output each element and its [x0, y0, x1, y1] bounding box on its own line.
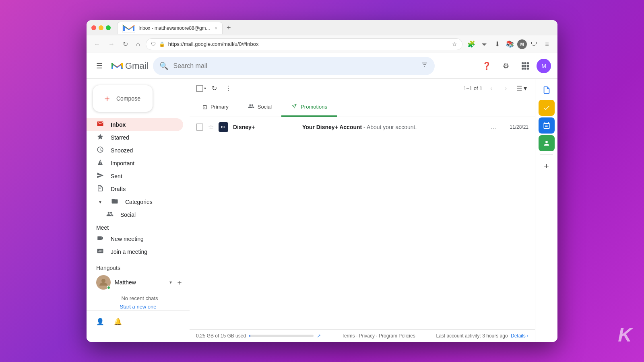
- svg-rect-13: [527, 68, 529, 70]
- inbox-label: Inbox: [111, 121, 126, 128]
- star-button[interactable]: ☆: [208, 123, 214, 131]
- tab-primary[interactable]: ⊡ Primary: [193, 98, 238, 117]
- menu-button[interactable]: ≡: [541, 39, 553, 50]
- address-bar[interactable]: 🛡 🔒 https://mail.google.com/mail/u/0/#in…: [146, 38, 462, 50]
- sidebar-item-new-meeting[interactable]: New meeting: [87, 232, 183, 245]
- tab-close-button[interactable]: ×: [215, 26, 217, 31]
- download-button[interactable]: ⬇: [491, 39, 503, 50]
- minimize-button[interactable]: [99, 25, 103, 30]
- google-contacts-button[interactable]: [539, 135, 555, 151]
- pagination-count: 1–1 of 1: [464, 85, 483, 91]
- important-icon: [96, 159, 104, 168]
- tab-social[interactable]: Social: [238, 98, 281, 117]
- refresh-button[interactable]: ↻: [208, 82, 220, 95]
- sidebar-item-sent[interactable]: Sent: [87, 170, 183, 183]
- home-button[interactable]: ⌂: [134, 39, 142, 49]
- notifications-button[interactable]: 🔔: [111, 314, 125, 329]
- google-calendar-button[interactable]: [539, 117, 555, 134]
- next-page-button[interactable]: ›: [500, 83, 512, 94]
- hangouts-label: Hangouts: [87, 261, 190, 273]
- back-button[interactable]: ←: [91, 39, 103, 49]
- table-row[interactable]: ☆ D+ Disney+ Your Disney+ Account - Abou…: [190, 117, 535, 137]
- sent-label: Sent: [111, 173, 122, 179]
- search-button[interactable]: 🔍: [159, 62, 168, 70]
- sidebar-item-join-meeting[interactable]: Join a meeting: [87, 245, 183, 258]
- compose-button[interactable]: ＋ Compose: [93, 85, 153, 112]
- google-docs-button[interactable]: [539, 82, 555, 98]
- new-tab-button[interactable]: +: [224, 24, 233, 32]
- social-tab-icon: [248, 103, 254, 111]
- view-toggle-button[interactable]: ☰ ▾: [515, 83, 528, 94]
- privacy-link[interactable]: Privacy: [359, 333, 375, 339]
- hangouts-user[interactable]: Matthew ▾ ＋: [87, 273, 190, 292]
- firefox-user-avatar[interactable]: M: [517, 39, 527, 49]
- email-list: ☆ D+ Disney+ Your Disney+ Account - Abou…: [190, 117, 535, 329]
- no-recent-chats-text: No recent chats: [87, 292, 190, 303]
- header-actions: ❓ ⚙ M: [479, 58, 551, 74]
- svg-rect-7: [527, 62, 529, 64]
- user-avatar[interactable]: M: [537, 59, 551, 73]
- drafts-icon: [96, 185, 104, 193]
- sidebar-item-inbox[interactable]: Inbox: [87, 118, 183, 131]
- active-tab[interactable]: Inbox - matthewsmoore88@gm... ×: [117, 22, 223, 34]
- google-tasks-button[interactable]: [539, 100, 555, 116]
- gmail-logo[interactable]: Gmail: [111, 61, 148, 71]
- prev-page-button[interactable]: ‹: [486, 83, 497, 94]
- select-all-checkbox[interactable]: [196, 85, 203, 92]
- storage-bar-fill: [249, 335, 250, 337]
- navigation-bar: ← → ↻ ⌂ 🛡 🔒 https://mail.google.com/mail…: [87, 35, 557, 53]
- extensions-button[interactable]: 🧩: [466, 39, 477, 50]
- maximize-button[interactable]: [106, 25, 111, 30]
- browser-window: Inbox - matthewsmoore88@gm... × + ← → ↻ …: [87, 20, 557, 342]
- forward-button[interactable]: →: [106, 39, 117, 49]
- email-subject: Your Disney+ Account: [302, 124, 362, 130]
- svg-rect-5: [522, 62, 524, 64]
- search-bar[interactable]: 🔍: [153, 57, 435, 75]
- search-input[interactable]: [173, 62, 416, 70]
- shield-button[interactable]: 🛡: [528, 39, 540, 50]
- bookmark-star-icon[interactable]: ☆: [452, 41, 457, 47]
- meet-section-label: Meet: [87, 221, 190, 232]
- bookmarks-button[interactable]: 📚: [504, 39, 516, 50]
- sidebar-item-important[interactable]: Important: [87, 157, 183, 170]
- sidebar-item-drafts[interactable]: Drafts: [87, 183, 183, 195]
- start-new-chat-link[interactable]: Start a new one: [87, 303, 190, 311]
- program-policies-link[interactable]: Program Policies: [379, 333, 415, 339]
- tab-bar: Inbox - matthewsmoore88@gm... × +: [117, 22, 553, 34]
- open-storage-icon[interactable]: ↗: [317, 333, 321, 339]
- search-filter-button[interactable]: [421, 61, 428, 70]
- more-options-button[interactable]: ⋮: [222, 82, 235, 95]
- url-text: https://mail.google.com/mail/u/0/#inbox: [168, 41, 449, 47]
- pocket-button[interactable]: [479, 39, 490, 50]
- right-panel-add-button[interactable]: +: [539, 158, 555, 174]
- refresh-button[interactable]: ↻: [120, 39, 130, 49]
- select-dropdown-button[interactable]: ▾: [203, 86, 207, 90]
- settings-button[interactable]: ⚙: [498, 58, 514, 74]
- social-tab-label: Social: [258, 104, 272, 110]
- sidebar-categories-toggle[interactable]: ▼ Categories: [87, 195, 183, 208]
- details-link[interactable]: Details ›: [511, 333, 528, 339]
- hangouts-dropdown-icon[interactable]: ▾: [169, 280, 172, 285]
- hangouts-section: Hangouts Matthew ▾ ＋ No recent chats: [87, 261, 190, 311]
- people-button[interactable]: 👤: [93, 314, 107, 329]
- sidebar-item-social[interactable]: Social: [87, 208, 183, 221]
- terms-link[interactable]: Terms: [342, 333, 355, 339]
- important-label: Important: [111, 160, 134, 167]
- sent-icon: [96, 172, 104, 181]
- sidebar-item-starred[interactable]: Starred: [87, 131, 183, 144]
- snoozed-label: Snoozed: [111, 147, 133, 154]
- help-button[interactable]: ❓: [479, 58, 495, 74]
- sidebar-bottom: 👤 🔔: [87, 311, 190, 332]
- menu-toggle-button[interactable]: ☰: [93, 58, 106, 74]
- apps-button[interactable]: [517, 58, 533, 74]
- hangouts-add-button[interactable]: ＋: [176, 278, 183, 287]
- email-checkbox[interactable]: [196, 123, 203, 131]
- join-meeting-label: Join a meeting: [111, 249, 147, 255]
- email-footer: 0.25 GB of 15 GB used ↗ Terms · Privacy …: [190, 329, 535, 342]
- drafts-label: Drafts: [111, 186, 126, 192]
- sidebar-item-snoozed[interactable]: Snoozed: [87, 144, 183, 157]
- tab-promotions[interactable]: Promotions: [281, 98, 337, 117]
- pagination: 1–1 of 1 ‹ › ☰ ▾: [464, 83, 528, 94]
- email-tabs: ⊡ Primary Social Promotions: [190, 98, 535, 117]
- close-button[interactable]: [91, 25, 96, 30]
